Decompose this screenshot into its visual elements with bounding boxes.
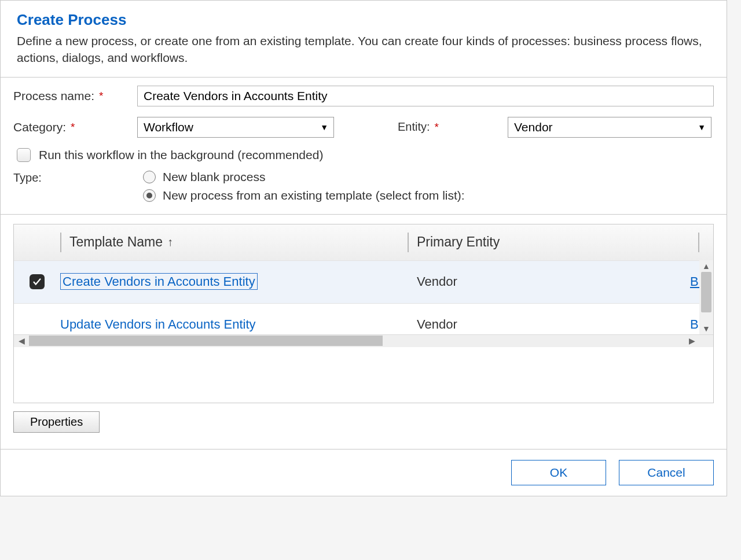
column-separator-icon bbox=[698, 233, 699, 252]
entity-select[interactable]: Vendor bbox=[508, 117, 711, 138]
type-blank-option[interactable]: New blank process bbox=[143, 170, 465, 184]
scrollbar-thumb[interactable] bbox=[29, 336, 383, 346]
template-name-link[interactable]: Update Vendors in Accounts Entity bbox=[60, 317, 256, 331]
column-separator-icon bbox=[60, 233, 61, 252]
process-name-label: Process name: * bbox=[13, 89, 137, 103]
radio-icon bbox=[143, 171, 156, 183]
background-label: Run this workflow in the background (rec… bbox=[39, 148, 323, 162]
col-header-template-name[interactable]: Template Name ↑ bbox=[60, 233, 408, 252]
entity-select-wrap: Vendor bbox=[508, 117, 711, 138]
cancel-button[interactable]: Cancel bbox=[619, 460, 714, 485]
category-entity-row: Category: * Workflow Entity: * Vendor bbox=[13, 117, 714, 138]
scroll-down-icon: ▼ bbox=[702, 323, 710, 334]
row-checkbox-cell[interactable] bbox=[14, 274, 60, 289]
grid-rows: Create Vendors in Accounts Entity Vendor… bbox=[14, 260, 713, 334]
type-label: Type: bbox=[13, 170, 143, 185]
col-header-primary-entity[interactable]: Primary Entity bbox=[408, 233, 681, 252]
type-radio-group: New blank process New process from an ex… bbox=[143, 170, 465, 202]
grid-padding bbox=[14, 347, 713, 403]
grid-body: Create Vendors in Accounts Entity Vendor… bbox=[14, 260, 713, 334]
grid-header: Template Name ↑ Primary Entity bbox=[14, 224, 713, 260]
create-process-dialog: Create Process Define a new process, or … bbox=[0, 0, 727, 496]
template-name-link[interactable]: Create Vendors in Accounts Entity bbox=[60, 273, 258, 290]
properties-button[interactable]: Properties bbox=[13, 411, 100, 433]
sort-asc-icon: ↑ bbox=[167, 235, 173, 249]
scroll-up-icon: ▲ bbox=[702, 260, 710, 272]
table-row[interactable]: Create Vendors in Accounts Entity Vendor… bbox=[14, 260, 713, 303]
column-separator-icon bbox=[408, 233, 409, 252]
background-checkbox[interactable] bbox=[17, 148, 31, 162]
type-template-option[interactable]: New process from an existing template (s… bbox=[143, 189, 465, 202]
dialog-title: Create Process bbox=[17, 11, 710, 29]
primary-entity-cell: Vendor bbox=[417, 274, 690, 289]
col-header-template-name-text: Template Name bbox=[69, 234, 163, 250]
entity-label-text: Entity: bbox=[398, 120, 430, 134]
template-grid: Template Name ↑ Primary Entity bbox=[13, 224, 714, 403]
scrollbar-thumb[interactable] bbox=[701, 272, 711, 312]
col-header-owner[interactable] bbox=[681, 233, 713, 252]
required-asterisk: * bbox=[71, 121, 75, 134]
properties-row: Properties bbox=[1, 411, 727, 449]
background-checkbox-row: Run this workflow in the background (rec… bbox=[17, 148, 714, 162]
vertical-scrollbar[interactable]: ▲ ▼ bbox=[699, 260, 713, 334]
entity-label: Entity: * bbox=[398, 120, 508, 134]
dialog-footer: OK Cancel bbox=[1, 449, 727, 496]
type-row: Type: New blank process New process from… bbox=[13, 170, 714, 202]
type-template-label: New process from an existing template (s… bbox=[163, 189, 465, 202]
process-name-label-text: Process name: bbox=[13, 89, 94, 103]
required-asterisk: * bbox=[99, 90, 103, 102]
horizontal-scrollbar[interactable]: ◀ ▶ bbox=[14, 334, 713, 347]
process-name-input[interactable] bbox=[137, 86, 714, 106]
category-label-text: Category: bbox=[13, 120, 66, 134]
scrollbar-track[interactable] bbox=[29, 336, 684, 346]
dialog-header: Create Process Define a new process, or … bbox=[1, 1, 727, 77]
category-label: Category: * bbox=[13, 120, 137, 134]
process-name-row: Process name: * bbox=[13, 86, 714, 106]
category-select-wrap: Workflow bbox=[137, 117, 334, 138]
dialog-description: Define a new process, or create one from… bbox=[17, 32, 710, 67]
col-header-primary-entity-text: Primary Entity bbox=[417, 234, 500, 250]
category-select[interactable]: Workflow bbox=[137, 117, 334, 138]
form-area: Process name: * Category: * Workflow Ent… bbox=[1, 78, 727, 214]
required-asterisk: * bbox=[435, 121, 439, 134]
radio-icon bbox=[143, 189, 156, 202]
ok-button[interactable]: OK bbox=[511, 460, 606, 485]
checkmark-icon bbox=[30, 274, 45, 289]
type-blank-label: New blank process bbox=[163, 170, 265, 184]
divider bbox=[1, 214, 727, 215]
primary-entity-cell: Vendor bbox=[417, 317, 690, 332]
